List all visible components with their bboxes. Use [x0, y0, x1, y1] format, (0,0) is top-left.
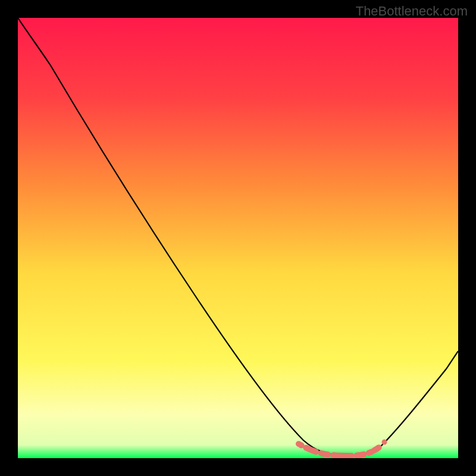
watermark-text: TheBottleneck.com: [356, 4, 468, 19]
highlight-end-dot: [382, 440, 387, 445]
chart-svg: [18, 18, 458, 458]
gradient-background: [18, 18, 458, 458]
chart-area: [18, 18, 458, 458]
